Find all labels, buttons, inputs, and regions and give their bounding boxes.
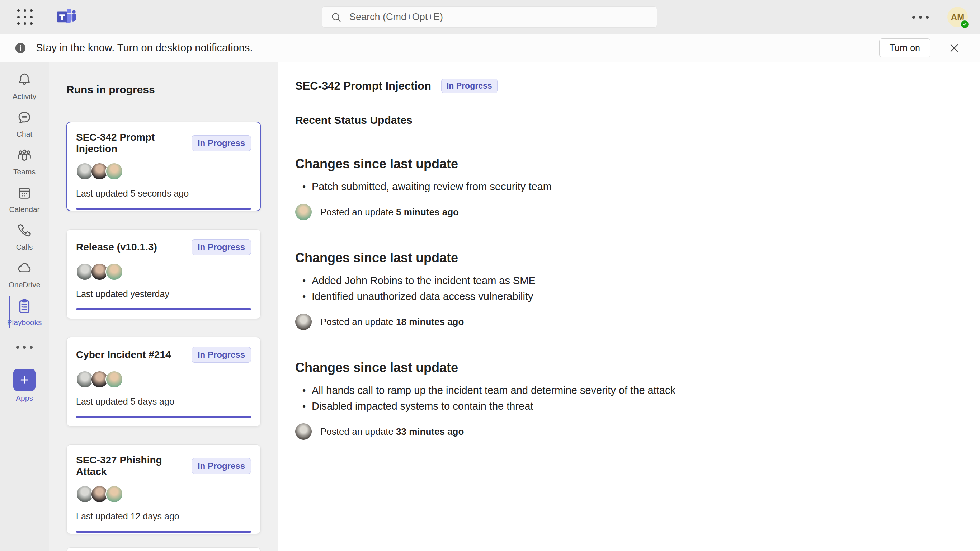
- posted-text: Posted an update 33 minutes ago: [320, 426, 464, 437]
- update-heading: Changes since last update: [295, 250, 955, 266]
- status-update: Changes since last update Patch submitte…: [295, 156, 955, 220]
- turn-on-button[interactable]: Turn on: [879, 38, 931, 57]
- sidebar-item-activity[interactable]: Activity: [7, 67, 42, 105]
- app-launcher-icon[interactable]: [17, 10, 33, 25]
- search-bar: [322, 6, 657, 28]
- sidebar-item-teams[interactable]: Teams: [7, 142, 42, 180]
- run-card-title: SEC-342 Prompt Injection: [76, 132, 192, 154]
- last-updated-text: Last updated 12 days ago: [76, 511, 251, 522]
- top-bar: AM: [0, 0, 980, 34]
- bullet-item: Identified unauthorized data access vuln…: [295, 288, 955, 304]
- people-icon: [16, 147, 33, 165]
- status-update: Changes since last update Added John Rob…: [295, 250, 955, 330]
- chat-icon: [16, 110, 33, 127]
- update-bullets: All hands call to ramp up the incident t…: [295, 382, 955, 414]
- member-avatar: [105, 371, 123, 388]
- last-updated-text: Last updated 5 seconds ago: [76, 188, 251, 199]
- bell-icon: [16, 72, 33, 90]
- sidebar-item-calls[interactable]: Calls: [7, 218, 42, 255]
- member-avatar: [105, 485, 123, 503]
- status-badge: In Progress: [192, 458, 251, 474]
- recent-updates-title: Recent Status Updates: [295, 114, 955, 126]
- progress-bar: [76, 208, 251, 210]
- sidebar-item-playbooks[interactable]: Playbooks: [7, 293, 42, 331]
- update-heading: Changes since last update: [295, 360, 955, 375]
- phone-icon: [16, 222, 33, 240]
- cloud-icon: [16, 260, 33, 278]
- status-badge: In Progress: [192, 135, 251, 151]
- info-icon: [14, 42, 27, 54]
- search-input[interactable]: [349, 11, 649, 22]
- status-badge: In Progress: [192, 239, 251, 255]
- status-badge: In Progress: [441, 78, 498, 93]
- app-rail: Activity Chat Teams Calendar Calls OneDr…: [0, 62, 49, 551]
- apps-label: Apps: [16, 394, 33, 403]
- runs-panel-title: Runs in progress: [66, 84, 261, 96]
- bullet-item: Disabled impacted systems to contain the…: [295, 398, 955, 414]
- close-icon[interactable]: [948, 41, 961, 54]
- teams-logo-icon: [55, 6, 77, 28]
- presence-available-icon: [960, 19, 970, 29]
- last-updated-text: Last updated 5 days ago: [76, 397, 251, 407]
- bullet-item: Patch submitted, awaiting review from se…: [295, 178, 955, 194]
- profile-avatar[interactable]: AM: [947, 7, 968, 27]
- partial-next-card[interactable]: [66, 548, 261, 551]
- search-icon: [330, 11, 342, 23]
- posted-text: Posted an update 18 minutes ago: [320, 316, 464, 328]
- run-card[interactable]: SEC-327 Phishing Attack In Progress Last…: [66, 444, 261, 534]
- notification-banner: Stay in the know. Turn on desktop notifi…: [0, 34, 980, 62]
- member-avatars: [76, 485, 251, 503]
- run-card[interactable]: SEC-342 Prompt Injection In Progress Las…: [66, 122, 261, 211]
- member-avatar: [105, 162, 123, 180]
- update-heading: Changes since last update: [295, 156, 955, 172]
- calendar-icon: [16, 185, 33, 203]
- posted-text: Posted an update 5 minutes ago: [320, 207, 459, 218]
- status-badge: In Progress: [192, 347, 251, 363]
- member-avatars: [76, 371, 251, 388]
- member-avatars: [76, 263, 251, 280]
- member-avatar: [105, 263, 123, 280]
- runs-panel: Runs in progress SEC-342 Prompt Injectio…: [49, 62, 278, 551]
- run-card[interactable]: Release (v10.1.3) In Progress Last updat…: [66, 229, 261, 319]
- clipboard-icon: [16, 298, 33, 316]
- update-bullets: Added John Robins to the incident team a…: [295, 272, 955, 304]
- run-card-title: Cyber Incident #214: [76, 349, 171, 360]
- run-card-title: Release (v10.1.3): [76, 241, 157, 253]
- run-detail: SEC-342 Prompt Injection In Progress Rec…: [278, 62, 980, 551]
- run-card[interactable]: Cyber Incident #214 In Progress Last upd…: [66, 337, 261, 427]
- apps-plus-icon: [13, 369, 35, 391]
- progress-bar: [76, 416, 251, 418]
- progress-bar: [76, 308, 251, 310]
- last-updated-text: Last updated yesterday: [76, 289, 251, 299]
- update-bullets: Patch submitted, awaiting review from se…: [295, 178, 955, 194]
- poster-avatar: [295, 314, 312, 330]
- run-card-title: SEC-327 Phishing Attack: [76, 454, 192, 478]
- more-options-icon[interactable]: [912, 16, 929, 19]
- member-avatars: [76, 162, 251, 180]
- rail-more-icon[interactable]: [16, 340, 33, 354]
- sidebar-item-calendar[interactable]: Calendar: [7, 180, 42, 218]
- progress-bar: [76, 530, 251, 533]
- poster-avatar: [295, 423, 312, 440]
- banner-message: Stay in the know. Turn on desktop notifi…: [36, 42, 253, 54]
- bullet-item: All hands call to ramp up the incident t…: [295, 382, 955, 398]
- sidebar-item-chat[interactable]: Chat: [7, 105, 42, 142]
- bullet-item: Added John Robins to the incident team a…: [295, 272, 955, 288]
- status-update: Changes since last update All hands call…: [295, 360, 955, 440]
- run-title: SEC-342 Prompt Injection: [295, 80, 431, 92]
- poster-avatar: [295, 204, 312, 220]
- sidebar-item-onedrive[interactable]: OneDrive: [7, 255, 42, 293]
- sidebar-item-apps[interactable]: Apps: [13, 369, 35, 403]
